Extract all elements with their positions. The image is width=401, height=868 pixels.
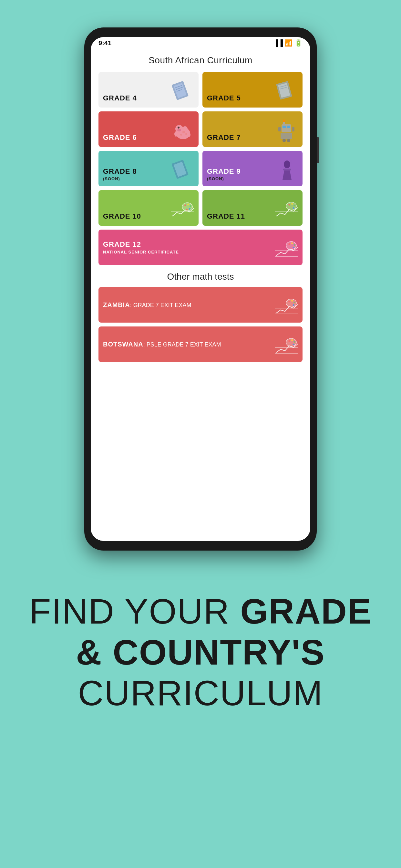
- grade8-tile[interactable]: GRADE 8 (SOON): [98, 151, 198, 186]
- svg-rect-25: [282, 139, 286, 142]
- svg-point-67: [291, 339, 293, 341]
- bottom-line3: CURRICULUM: [78, 673, 323, 713]
- grade4-icon: [169, 79, 195, 104]
- grade12-tile[interactable]: GRADE 12 NATIONAL SENIOR CERTIFICATE: [98, 229, 303, 265]
- svg-rect-23: [278, 127, 281, 131]
- svg-point-45: [288, 204, 290, 206]
- bottom-line1-bold: GRADE: [240, 591, 372, 631]
- svg-rect-33: [283, 168, 291, 170]
- bottom-text-section: FIND YOUR GRADE & COUNTRY'S CURRICULUM: [0, 565, 401, 746]
- svg-point-15: [187, 132, 190, 137]
- svg-point-31: [284, 160, 290, 168]
- svg-point-52: [288, 243, 290, 245]
- svg-point-61: [294, 302, 295, 303]
- botswana-label: BOTSWANA: PSLE GRADE 7 EXIT EXAM: [103, 341, 298, 348]
- svg-marker-32: [282, 169, 291, 180]
- grade11-tile[interactable]: GRADE 11: [203, 190, 303, 226]
- phone-wrapper: 9:41 ▐▐ 📶 🔋 South African Curriculum GRA…: [0, 0, 401, 565]
- grade6-tile[interactable]: GRADE 6: [98, 112, 198, 147]
- svg-rect-26: [287, 139, 290, 142]
- zambia-label: ZAMBIA: GRADE 7 EXIT EXAM: [103, 301, 298, 309]
- botswana-tile[interactable]: BOTSWANA: PSLE GRADE 7 EXIT EXAM: [98, 327, 303, 362]
- svg-point-41: [186, 209, 188, 210]
- zambia-tile[interactable]: ZAMBIA: GRADE 7 EXIT EXAM: [98, 287, 303, 322]
- svg-point-62: [293, 304, 295, 306]
- svg-rect-57: [275, 314, 298, 314]
- svg-point-54: [294, 244, 295, 246]
- svg-point-28: [283, 120, 285, 122]
- status-bar: 9:41 ▐▐ 📶 🔋: [91, 37, 310, 49]
- svg-point-59: [288, 301, 290, 302]
- svg-point-16: [182, 131, 185, 133]
- side-button: [317, 137, 319, 163]
- svg-point-18: [180, 134, 182, 135]
- svg-rect-50: [275, 256, 298, 257]
- bottom-line1-normal: FIND YOUR: [29, 591, 241, 631]
- grade12-label: GRADE 12: [103, 240, 298, 249]
- svg-rect-22: [281, 133, 292, 139]
- svg-point-38: [187, 204, 189, 205]
- svg-point-39: [189, 206, 191, 207]
- svg-rect-21: [287, 126, 290, 128]
- svg-point-13: [182, 126, 188, 131]
- svg-rect-35: [171, 217, 194, 217]
- grade10-icon: [169, 197, 195, 222]
- svg-point-37: [184, 205, 186, 206]
- svg-point-40: [189, 208, 190, 210]
- bottom-line2: & COUNTRY'S: [76, 632, 325, 672]
- svg-rect-56: [275, 308, 298, 308]
- grade12-icon: [274, 236, 299, 262]
- grade9-icon: [274, 157, 299, 183]
- grade4-tile[interactable]: GRADE 4: [98, 72, 198, 107]
- bottom-headline: FIND YOUR GRADE & COUNTRY'S CURRICULUM: [29, 591, 372, 714]
- svg-point-68: [294, 341, 295, 343]
- svg-point-53: [291, 243, 293, 244]
- svg-point-66: [288, 340, 290, 342]
- grade7-tile[interactable]: GRADE 7: [203, 112, 303, 147]
- grade7-icon: [274, 118, 299, 144]
- svg-rect-43: [275, 217, 298, 217]
- botswana-icon: [274, 333, 299, 359]
- svg-point-17: [185, 133, 187, 135]
- svg-rect-63: [275, 347, 298, 348]
- svg-rect-64: [275, 353, 298, 353]
- grade5-icon: [274, 79, 299, 104]
- svg-point-48: [293, 207, 295, 209]
- status-icons: ▐▐ 📶 🔋: [274, 39, 303, 47]
- svg-rect-19: [281, 124, 291, 132]
- grade8-icon: [169, 157, 195, 183]
- svg-point-47: [294, 205, 295, 206]
- svg-point-11: [178, 127, 180, 128]
- grade12-sublabel: NATIONAL SENIOR CERTIFICATE: [103, 250, 298, 254]
- svg-rect-24: [292, 127, 295, 131]
- phone-frame: 9:41 ▐▐ 📶 🔋 South African Curriculum GRA…: [84, 27, 317, 551]
- grade11-icon: [274, 197, 299, 222]
- grade6-icon: [169, 118, 195, 144]
- svg-rect-20: [282, 126, 286, 128]
- grade-grid: GRADE 4 GRADE: [98, 72, 303, 226]
- other-section-title: Other math tests: [98, 272, 303, 282]
- section-title: South African Curriculum: [98, 55, 303, 66]
- svg-point-12: [177, 129, 181, 131]
- zambia-icon: [274, 293, 299, 319]
- svg-rect-49: [275, 250, 298, 251]
- grade9-tile[interactable]: GRADE 9 (SOON): [203, 151, 303, 186]
- screen-content[interactable]: South African Curriculum GRADE 4: [91, 49, 310, 541]
- phone-screen: 9:41 ▐▐ 📶 🔋 South African Curriculum GRA…: [91, 37, 310, 541]
- svg-point-46: [291, 203, 293, 205]
- grade10-tile[interactable]: GRADE 10: [98, 190, 198, 226]
- svg-rect-42: [275, 211, 298, 212]
- status-time: 9:41: [98, 39, 112, 47]
- grade5-tile[interactable]: GRADE 5: [203, 72, 303, 107]
- svg-point-14: [174, 131, 178, 136]
- svg-point-55: [293, 247, 295, 248]
- svg-point-69: [293, 344, 295, 345]
- svg-point-60: [291, 300, 293, 302]
